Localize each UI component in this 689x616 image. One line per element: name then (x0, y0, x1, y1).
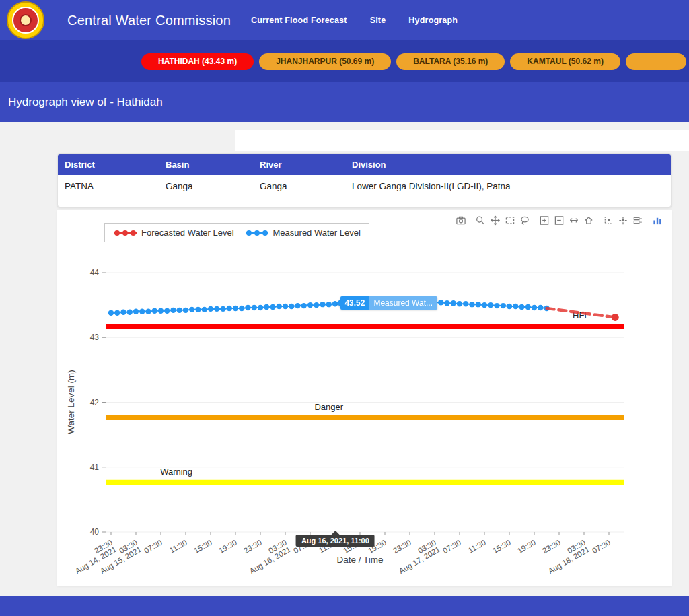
ref-label-danger: Danger (314, 402, 343, 412)
station-info-table-head: DistrictBasinRiverDivision (58, 154, 671, 175)
x-tick-label: 15:30 (491, 538, 512, 555)
station-info-table-body: PATNAGangaGangaLower Ganga Division-II(L… (58, 175, 671, 197)
camera-icon[interactable] (454, 215, 467, 226)
table-row: PATNAGangaGangaLower Ganga Division-II(L… (58, 175, 671, 197)
station-pill-hathidah[interactable]: HATHIDAH (43.43 m) (141, 53, 254, 70)
chart-legend: Forecasted Water Level Measured Water Le… (104, 223, 369, 242)
box-select-icon[interactable] (503, 215, 516, 226)
zoom-out-icon[interactable] (552, 215, 565, 226)
main-nav: Current Flood ForecastSiteHydrograph (251, 15, 458, 25)
station-info-table: DistrictBasinRiverDivision PATNAGangaGan… (58, 154, 671, 197)
top-header: Central Water Commission Current Flood F… (0, 0, 689, 40)
plotly-modebar (454, 215, 663, 226)
x-tick-label: 15:30 (192, 538, 213, 555)
svg-text:11:30: 11:30 (467, 538, 487, 554)
hydrograph-chart[interactable]: 404142434423:30Aug 14, 202103:30Aug 15, … (57, 210, 672, 586)
content-top-strip (235, 130, 689, 151)
svg-text:19:30: 19:30 (217, 538, 238, 555)
page-title-bar: Hydrograph view of - Hathidah (0, 82, 689, 122)
legend-label: Forecasted Water Level (141, 228, 234, 238)
page-title: Hydrograph view of - Hathidah (8, 96, 163, 109)
station-info-card: DistrictBasinRiverDivision PATNAGangaGan… (57, 153, 672, 207)
legend-sample-icon (245, 229, 269, 237)
lasso-icon[interactable] (518, 215, 531, 226)
y-axis: 4041424344 (90, 268, 106, 537)
svg-text:15:30: 15:30 (192, 538, 213, 555)
x-tick-label: 07:30 (441, 538, 462, 555)
reference-lines: HFLDangerWarning (106, 310, 624, 483)
station-pill-baltara[interactable]: BALTARA (35.16 m) (396, 53, 505, 70)
legend-label: Measured Water Level (273, 228, 361, 238)
cell-division: Lower Ganga Division-II(LGD-II), Patna (345, 175, 671, 197)
pan-icon[interactable] (488, 215, 501, 226)
legend-item-forecasted-water-level[interactable]: Forecasted Water Level (113, 228, 234, 238)
x-tick-label: 19:30 (217, 538, 238, 555)
x-tick-label: 07:30 (591, 538, 612, 555)
station-pill-jhanjharpur[interactable]: JHANJHARPUR (50.69 m) (259, 53, 391, 70)
x-tick-label: 23:30 (392, 538, 412, 555)
svg-text:19:30: 19:30 (516, 538, 537, 555)
plotly-logo-icon[interactable] (651, 215, 663, 226)
column-header-district: District (58, 154, 159, 175)
series-measured[interactable] (108, 299, 550, 316)
hydrograph-card: 404142434423:30Aug 14, 202103:30Aug 15, … (57, 210, 672, 586)
svg-text:07:30: 07:30 (441, 538, 462, 555)
station-pill-partial[interactable] (626, 53, 686, 70)
brand-title: Central Water Commission (67, 13, 231, 28)
station-bar: HATHIDAH (43.43 m)JHANJHARPUR (50.69 m)B… (0, 40, 689, 82)
cwc-logo-ring (12, 7, 39, 34)
svg-text:23:30: 23:30 (541, 538, 562, 555)
autoscale-icon[interactable] (567, 215, 580, 226)
nav-item-current-flood-forecast[interactable]: Current Flood Forecast (251, 15, 347, 25)
station-pill-kamtaul[interactable]: KAMTAUL (50.62 m) (510, 53, 620, 70)
y-axis-title: Water Level (m) (66, 370, 76, 434)
spikelines-icon[interactable] (602, 215, 614, 226)
hover-tooltip-value: 43.52 (340, 296, 369, 310)
cwc-logo-icon (7, 1, 44, 39)
hover-closest-icon[interactable] (616, 215, 629, 226)
cell-basin: Ganga (159, 175, 253, 197)
y-tick-label: 42 (90, 398, 100, 407)
y-tick-label: 40 (90, 527, 100, 537)
column-header-division: Division (345, 154, 671, 175)
legend-item-measured-water-level[interactable]: Measured Water Level (245, 228, 361, 238)
x-tick-label: 11:30 (168, 538, 188, 554)
x-tick-label: 11:30 (467, 538, 487, 554)
reset-axes-icon[interactable] (582, 215, 595, 226)
svg-text:23:30: 23:30 (242, 538, 263, 555)
hover-tooltip: 43.52 Measured Wat... (340, 296, 437, 310)
hover-tooltip-series: Measured Wat... (369, 296, 437, 310)
column-header-basin: Basin (159, 154, 253, 175)
app: Central Water Commission Current Flood F… (0, 0, 689, 616)
legend-sample-icon (113, 229, 137, 237)
x-axis-tooltip: Aug 16, 2021, 11:00 (296, 535, 375, 547)
svg-text:07:30: 07:30 (143, 538, 164, 555)
nav-item-hydrograph[interactable]: Hydrograph (408, 15, 458, 25)
zoom-icon[interactable] (474, 215, 486, 226)
zoom-in-icon[interactable] (538, 215, 550, 226)
x-tick-label: 07:30 (143, 538, 164, 555)
svg-text:07:30: 07:30 (591, 538, 612, 555)
cell-district: PATNA (58, 175, 159, 197)
nav-item-site[interactable]: Site (370, 15, 386, 25)
svg-text:23:30: 23:30 (392, 538, 412, 555)
cell-river: Ganga (253, 175, 345, 197)
station-pill-list: HATHIDAH (43.43 m)JHANJHARPUR (50.69 m)B… (0, 40, 689, 82)
x-tick-label: 19:30 (516, 538, 537, 555)
ref-label-warning: Warning (160, 467, 192, 477)
y-tick-label: 43 (90, 333, 100, 342)
y-tick-label: 44 (90, 268, 100, 277)
footer-bar (0, 596, 689, 616)
svg-text:11:30: 11:30 (168, 538, 188, 554)
hover-compare-icon[interactable] (631, 215, 644, 226)
cwc-logo-core (20, 14, 32, 26)
x-axis-title: Date / Time (336, 555, 383, 565)
x-tick-label: 23:30 (541, 538, 562, 555)
y-tick-label: 41 (90, 463, 100, 472)
svg-text:15:30: 15:30 (491, 538, 512, 555)
column-header-river: River (253, 154, 345, 175)
x-tick-label: 23:30 (242, 538, 263, 555)
